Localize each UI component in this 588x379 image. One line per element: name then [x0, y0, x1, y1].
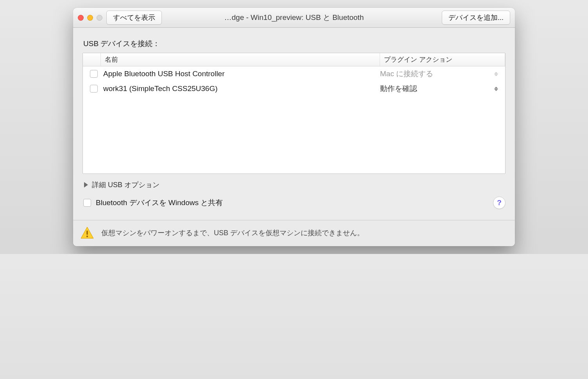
- close-icon[interactable]: [78, 15, 84, 21]
- share-bluetooth-label: Bluetooth デバイスを Windows と共有: [96, 198, 223, 208]
- device-action-select: Mac に接続する: [380, 69, 501, 79]
- updown-icon: [493, 85, 499, 93]
- device-row[interactable]: Apple Bluetooth USB Host ControllerMac に…: [83, 66, 505, 81]
- svg-rect-0: [86, 231, 88, 235]
- device-list-header: 名前 プラグイン アクション: [83, 53, 505, 66]
- device-action-label: 動作を確認: [380, 84, 417, 94]
- preferences-window: すべてを表示 …dge - Win10_preview: USB と Bluet…: [73, 8, 515, 246]
- warning-icon: [80, 226, 94, 240]
- device-checkbox[interactable]: [90, 70, 98, 78]
- device-name: work31 (SimpleTech CSS25U36G): [101, 84, 380, 93]
- zoom-icon: [97, 15, 102, 21]
- column-name[interactable]: 名前: [101, 53, 380, 66]
- device-action-select[interactable]: 動作を確認: [380, 84, 501, 94]
- show-all-button[interactable]: すべてを表示: [106, 11, 162, 25]
- column-action[interactable]: プラグイン アクション: [380, 53, 505, 66]
- advanced-usb-label: 詳細 USB オプション: [92, 180, 160, 190]
- device-list: 名前 プラグイン アクション Apple Bluetooth USB Host …: [82, 53, 506, 174]
- help-button[interactable]: ?: [493, 197, 506, 209]
- window-controls: [78, 15, 102, 21]
- section-label: USB デバイスを接続：: [83, 39, 506, 49]
- share-bluetooth-checkbox[interactable]: [83, 199, 91, 207]
- device-name: Apple Bluetooth USB Host Controller: [101, 70, 380, 78]
- advanced-usb-disclosure[interactable]: 詳細 USB オプション: [84, 180, 506, 190]
- device-checkbox[interactable]: [90, 85, 98, 93]
- content-area: USB デバイスを接続： 名前 プラグイン アクション Apple Blueto…: [73, 28, 515, 220]
- warning-bar: 仮想マシンをパワーオンするまで、USB デバイスを仮想マシンに接続できません。: [73, 220, 515, 246]
- svg-point-1: [86, 236, 88, 237]
- minimize-icon[interactable]: [87, 15, 93, 21]
- device-row[interactable]: work31 (SimpleTech CSS25U36G)動作を確認: [83, 81, 505, 96]
- warning-text: 仮想マシンをパワーオンするまで、USB デバイスを仮想マシンに接続できません。: [101, 228, 364, 238]
- add-device-button[interactable]: デバイスを追加...: [442, 11, 510, 25]
- titlebar: すべてを表示 …dge - Win10_preview: USB と Bluet…: [73, 8, 515, 28]
- device-action-label: Mac に接続する: [380, 69, 433, 79]
- disclosure-triangle-icon: [84, 182, 88, 188]
- updown-icon: [493, 70, 499, 78]
- column-checkbox: [83, 53, 101, 66]
